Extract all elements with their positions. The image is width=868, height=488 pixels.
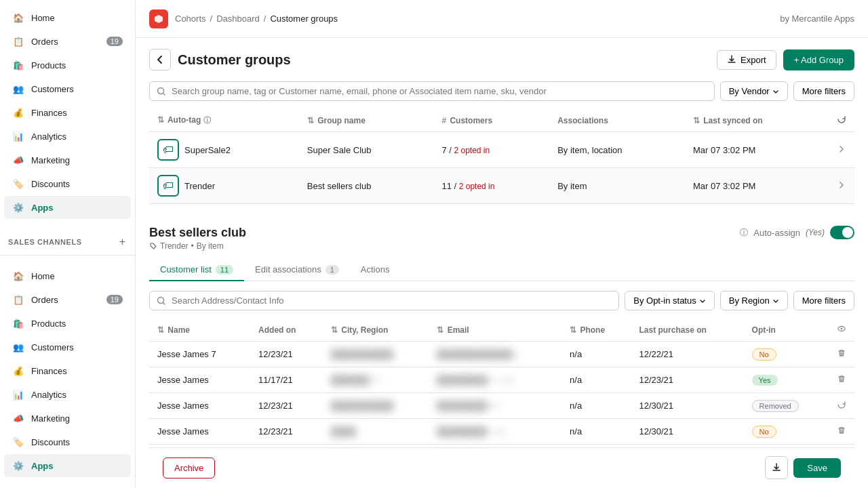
sidebar-item-discounts[interactable]: 🏷️ Discounts <box>4 172 131 195</box>
table-row[interactable]: Jesse James 7 12/23/21 ██████████ ██████… <box>149 342 854 367</box>
customer-purchase-1: 12/22/21 <box>631 342 743 367</box>
search-input-wrap[interactable] <box>149 81 715 101</box>
restore-icon-3[interactable] <box>837 400 846 409</box>
customer-name-2: Jesse James <box>149 367 250 393</box>
download-button[interactable] <box>765 456 788 479</box>
sidebar-item-orders[interactable]: 📋 Orders 19 <box>4 30 131 53</box>
sidebar-item-finances[interactable]: 💰 Finances <box>4 101 131 124</box>
back-button[interactable] <box>149 49 171 70</box>
customer-action-4[interactable] <box>829 419 854 445</box>
sidebar-item-apps[interactable]: ⚙️ Apps <box>4 196 131 219</box>
tag-name-1: SuperSale2 <box>184 145 231 155</box>
export-button[interactable]: Export <box>717 50 776 70</box>
customer-search-input[interactable] <box>172 296 612 306</box>
customer-search-icon <box>157 296 166 306</box>
tab-edit-associations[interactable]: Edit associations 1 <box>244 259 350 281</box>
chevron-down-region-icon <box>772 298 779 304</box>
region-filter[interactable]: By Region <box>720 291 788 310</box>
save-button[interactable]: Save <box>793 458 841 478</box>
more-filters-button[interactable]: More filters <box>793 81 854 101</box>
sidebar-item-analytics[interactable]: 📊 Analytics <box>4 125 131 148</box>
customers-1: 7 / 2 opted in <box>433 132 549 168</box>
col-last-synced: ⇅ Last synced on <box>685 109 829 132</box>
add-sales-channel-button[interactable]: + <box>118 235 127 249</box>
search-input[interactable] <box>172 86 707 96</box>
customer-added-3: 12/23/21 <box>250 393 323 419</box>
sidebar-item-apps2[interactable]: ⚙️ Apps <box>4 454 131 477</box>
col-associations: Associations <box>549 109 685 132</box>
sidebar-item-marketing[interactable]: 📣 Marketing <box>4 148 131 171</box>
sidebar-item-home2[interactable]: 🏠 Home <box>4 264 131 287</box>
tag-icon-1: 🏷 <box>157 139 179 161</box>
auto-assign-label: Auto-assign <box>753 228 800 238</box>
by-vendor-filter[interactable]: By Vendor <box>720 81 788 101</box>
sidebar-item-products2[interactable]: 🛍️ Products <box>4 312 131 335</box>
club-header: Best sellers club Trender • By item ⓘ Au… <box>149 226 854 251</box>
sidebar-item-label: Home <box>31 271 55 281</box>
tab-customer-list-badge: 11 <box>216 265 233 274</box>
col-refresh[interactable] <box>829 109 854 132</box>
table-row[interactable]: 🏷 Trender Best sellers club 11 / 2 opted… <box>149 168 854 204</box>
breadcrumb: Cohorts / Dashboard / Customer groups <box>149 9 338 28</box>
table-row[interactable]: Jesse James 12/23/21 ████ ████████.com n… <box>149 419 854 445</box>
sidebar-item-analytics2[interactable]: 📊 Analytics <box>4 383 131 406</box>
analytics2-icon: 📊 <box>12 388 24 401</box>
sidebar-item-label: Customers <box>31 84 74 94</box>
tab-actions[interactable]: Actions <box>350 259 401 281</box>
archive-button[interactable]: Archive <box>163 458 215 479</box>
tab-customer-list[interactable]: Customer list 11 <box>149 259 244 281</box>
delete-icon-4[interactable] <box>837 426 846 435</box>
sidebar-item-label: Finances <box>31 108 67 118</box>
sidebar-item-marketing2[interactable]: 📣 Marketing <box>4 407 131 430</box>
sidebar-item-orders2[interactable]: 📋 Orders 19 <box>4 288 131 311</box>
col-auto-tag: ⇅ Auto-tag ⓘ <box>149 109 299 132</box>
sidebar-item-label: Marketing <box>31 413 70 424</box>
sidebar-item-customers[interactable]: 👥 Customers <box>4 77 131 100</box>
optin-badge-1: No <box>752 348 776 361</box>
customer-action-3[interactable] <box>829 393 854 419</box>
add-group-button[interactable]: + Add Group <box>783 49 854 70</box>
sidebar-item-home[interactable]: 🏠 Home <box>4 6 131 29</box>
table-row[interactable]: 🏷 SuperSale2 Super Sale Club 7 / 2 opted… <box>149 132 854 168</box>
subtitle-assoc: By item <box>197 241 224 251</box>
sidebar-item-discounts2[interactable]: 🏷️ Discounts <box>4 430 131 453</box>
sidebar-bottom-nav: 🏠 Home 📋 Orders 19 🛍️ Products 👥 Custome… <box>0 258 135 483</box>
orders2-icon: 📋 <box>12 293 24 306</box>
app-logo <box>149 9 168 28</box>
last-synced-1: Mar 07 3:02 PM <box>685 132 829 168</box>
sidebar-item-finances2[interactable]: 💰 Finances <box>4 359 131 382</box>
sidebar-item-label: Apps <box>31 203 54 213</box>
customer-action-2[interactable] <box>829 367 854 393</box>
delete-icon-1[interactable] <box>837 348 846 358</box>
club-title: Best sellers club <box>149 226 246 240</box>
customer-action-1[interactable] <box>829 342 854 367</box>
customer-purchase-4: 12/30/21 <box>631 419 743 445</box>
delete-icon-2[interactable] <box>837 374 846 384</box>
sidebar-item-label: Customers <box>31 342 74 352</box>
sidebar-item-customers2[interactable]: 👥 Customers <box>4 336 131 359</box>
discounts2-icon: 🏷️ <box>12 436 24 448</box>
table-row[interactable]: Jesse James 11/17/21 ██████NY ████████ai… <box>149 367 854 393</box>
breadcrumb-dashboard[interactable]: Dashboard <box>216 14 260 24</box>
orders2-badge: 19 <box>106 295 123 304</box>
groups-table: ⇅ Auto-tag ⓘ ⇅ Group name # Customers As… <box>149 109 854 204</box>
tab-edit-associations-badge: 1 <box>326 265 339 274</box>
customer-search-wrap[interactable] <box>149 291 619 310</box>
sidebar-top-nav: 🏠 Home 📋 Orders 19 🛍️ Products 👥 Custome… <box>0 0 135 225</box>
table-row[interactable]: Jesse James 12/23/21 ██████████ ████████… <box>149 393 854 419</box>
col-eye[interactable] <box>829 319 854 342</box>
sidebar-item-products[interactable]: 🛍️ Products <box>4 54 131 77</box>
sales-channels-label2: SALES CHANNELS + <box>0 483 135 488</box>
breadcrumb-cohorts[interactable]: Cohorts <box>175 14 206 24</box>
more-filters-button2[interactable]: More filters <box>793 291 854 310</box>
chevron-down-icon <box>772 88 779 95</box>
subtitle-sep: • <box>191 241 194 251</box>
row-chevron-1[interactable] <box>829 132 854 168</box>
optin-badge-2: Yes <box>752 375 778 386</box>
opt-in-status-filter[interactable]: By Opt-in status <box>625 291 714 310</box>
customer-city-3: ██████████ <box>323 393 429 419</box>
sidebar-item-label: Discounts <box>31 179 70 189</box>
auto-assign-toggle[interactable] <box>830 226 854 239</box>
marketing2-icon: 📣 <box>12 412 24 424</box>
row-chevron-2[interactable] <box>829 168 854 204</box>
